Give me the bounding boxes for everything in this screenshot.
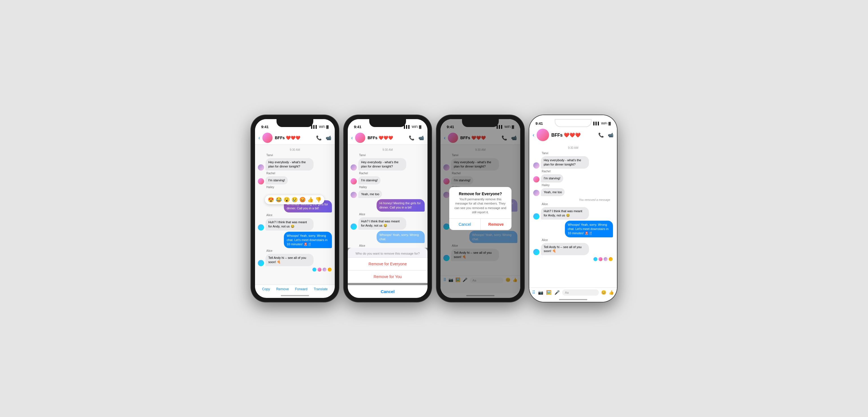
chat-area-1: 9:30 AM Tanvi Hey everybody - what's the… <box>255 145 335 285</box>
emoji-angry[interactable]: 😡 <box>300 197 306 203</box>
like-icon-4[interactable]: 👍 <box>609 290 614 295</box>
msg-row-alice1-1: Huh? I think that was meant for Andy, no… <box>258 218 332 231</box>
bubble-out2-2[interactable]: Whoops! Yeah, sorry. Wrong chat. <box>377 231 425 243</box>
msg-row-tanvi-1: Hey everybody - what's the plan for dinn… <box>258 158 332 171</box>
sender-rachel-2: Rachel <box>359 172 425 175</box>
remove-for-you-button[interactable]: Remove for You <box>348 270 428 283</box>
home-indicator-4 <box>559 299 587 300</box>
emoji-laugh[interactable]: 😂 <box>276 197 282 203</box>
mini-avatar-a4 <box>593 257 598 261</box>
emoji-icon-4[interactable]: 😊 <box>601 290 607 295</box>
bubble-alice1-2[interactable]: Huh? I think that was meant for Andy, no… <box>358 217 406 230</box>
bubble-rachel-1[interactable]: I'm starving! <box>266 176 288 184</box>
msg-row-rachel-4: I'm starving! <box>533 174 613 182</box>
mini-avatar-a1 <box>312 267 317 272</box>
wifi-icon-2: WiFi <box>412 125 418 128</box>
back-button-1[interactable]: ‹ <box>258 135 260 141</box>
sender-hailey-2: Hailey <box>359 186 425 189</box>
grid-icon-4[interactable]: ⠿ <box>532 290 535 295</box>
bubble-tanvi-1[interactable]: Hey everybody - what's the plan for dinn… <box>266 158 314 171</box>
phone-icon-2[interactable]: 📞 <box>409 135 414 141</box>
copy-button[interactable]: Copy <box>262 287 270 291</box>
sender-tanvi-2: Tanvi <box>359 154 425 157</box>
emoji-thumbsup[interactable]: 👍 <box>307 197 314 203</box>
group-avatar-1 <box>262 133 273 143</box>
avatar-tanvi-2 <box>350 165 357 171</box>
mini-avatar-d1 <box>328 267 332 272</box>
mic-icon-4[interactable]: 🎤 <box>554 290 560 295</box>
bubble-alice2-1[interactable]: Tell Andy hi -- see all of you soon! 🍕 <box>266 254 314 266</box>
bubble-alice1-1[interactable]: Huh? I think that was meant for Andy, no… <box>266 218 314 231</box>
sender-rachel-1: Rachel <box>266 172 332 175</box>
avatar-tanvi-1 <box>258 165 264 171</box>
bubble-alice2-4[interactable]: Tell Andy hi -- see all of you soon! 🍕 <box>541 243 589 256</box>
bubble-out2-4[interactable]: Whoops! Yeah, sorry. Wrong chat. Let's m… <box>565 221 613 237</box>
input-field-4[interactable]: Aa <box>562 290 599 296</box>
remove-button[interactable]: Remove <box>276 287 289 291</box>
remove-for-everyone-button[interactable]: Remove for Everyone <box>348 258 428 270</box>
emoji-wow[interactable]: 😮 <box>284 197 290 203</box>
bottom-actions-1: Copy Remove Forward Translate <box>255 285 335 293</box>
timestamp-2: 9:30 AM <box>350 148 425 151</box>
sender-alice1-1: Alice <box>266 214 332 217</box>
avatar-alice1-2 <box>350 224 357 230</box>
camera-icon-4[interactable]: 📷 <box>538 290 544 295</box>
bubble-hailey-2[interactable]: Yeah, me too <box>358 190 382 198</box>
bubble-hailey-4[interactable]: Yeah, me too <box>541 188 565 196</box>
bubble-tanvi-2[interactable]: Hey everybody - what's the plan for dinn… <box>358 158 406 171</box>
alert-buttons-3: Cancel Remove <box>449 218 512 230</box>
video-icon-1[interactable]: 📹 <box>326 135 331 141</box>
phone-icon-4[interactable]: 📞 <box>598 132 604 138</box>
back-button-2[interactable]: ‹ <box>351 135 353 141</box>
nav-bar-4: ‹ BFFs ❤️❤️❤️ 📞 📹 <box>529 127 617 143</box>
multi-avatar-row-1 <box>258 267 332 272</box>
video-icon-2[interactable]: 📹 <box>418 135 424 141</box>
msg-row-hailey-2: Yeah, me too <box>350 190 425 198</box>
forward-button[interactable]: Forward <box>295 287 308 291</box>
msg-row-alice2-4: Tell Andy hi -- see all of you soon! 🍕 <box>533 243 613 256</box>
battery-icon-4: ▓ <box>609 122 611 125</box>
status-time-4: 9:41 <box>535 121 543 126</box>
alert-body-3: You'll permanently remove this message f… <box>449 197 512 219</box>
bubble-tanvi-4[interactable]: Hey everybody - what's the plan for dinn… <box>541 156 589 169</box>
translate-button[interactable]: Translate <box>314 287 328 291</box>
battery-icon: ▓ <box>326 125 329 128</box>
bubble-alice1-4[interactable]: Huh? I think that was meant for Andy, no… <box>541 207 589 219</box>
alert-cancel-button-3[interactable]: Cancel <box>449 219 480 230</box>
removed-message-4: You removed a message <box>533 198 610 202</box>
mini-avatar-b1 <box>317 267 322 272</box>
phone-screen-2: 9:41 ▌▌▌ WiFi ▓ ‹ BFFs ❤️❤️❤️ 📞 📹 <box>348 119 428 298</box>
bubble-rachel-2[interactable]: I'm starving! <box>358 176 380 184</box>
home-indicator-1 <box>281 295 309 296</box>
action-sheet-cancel-button[interactable]: Cancel <box>348 285 428 298</box>
sender-alice2-4: Alice <box>542 238 613 242</box>
emoji-heart-eyes[interactable]: 😍 <box>268 197 274 203</box>
status-icons-1: ▌▌▌ WiFi ▓ <box>311 125 329 128</box>
avatar-rachel-2 <box>350 178 357 184</box>
bubble-out2-1[interactable]: Whoops! Yeah, sorry. Wrong chat. Let's m… <box>284 232 332 248</box>
photo-icon-4[interactable]: 🖼️ <box>546 290 552 295</box>
msg-row-out2-2: Whoops! Yeah, sorry. Wrong chat. <box>350 231 425 243</box>
nav-actions-4: 📞 📹 <box>598 132 614 138</box>
phone-3: 9:41 ▌▌▌ WiFi ▓ ‹ BFFs ❤️❤️❤️ 📞 📹 <box>437 115 524 302</box>
phone-icon-1[interactable]: 📞 <box>316 135 322 141</box>
sender-rachel-4: Rachel <box>542 170 613 173</box>
emoji-sad[interactable]: 😢 <box>291 197 298 203</box>
video-icon-4[interactable]: 📹 <box>608 132 614 138</box>
action-sheet-content-2: Who do you want to remove this message f… <box>348 248 428 283</box>
emoji-thumbsdown[interactable]: 👎 <box>315 197 321 203</box>
status-time-1: 9:41 <box>261 125 269 129</box>
avatar-alice2-1 <box>258 260 264 266</box>
avatar-rachel-4 <box>533 176 539 182</box>
alert-remove-button-3[interactable]: Remove <box>480 219 512 230</box>
signal-icon: ▌▌▌ <box>311 125 318 128</box>
bubble-rachel-4[interactable]: I'm starving! <box>541 174 563 182</box>
bubble-out1-2[interactable]: Hi honey! Meeting the girls for dinner. … <box>377 199 425 212</box>
signal-icon-2: ▌▌▌ <box>404 125 410 128</box>
sender-hailey-1: Hailey <box>266 186 332 189</box>
group-avatar-4 <box>537 129 549 141</box>
msg-row-rachel-2: I'm starving! <box>350 176 425 184</box>
input-icons-4: ⠿ 📷 🖼️ 🎤 <box>532 290 560 295</box>
mini-avatar-c4 <box>603 257 608 261</box>
back-button-4[interactable]: ‹ <box>533 132 534 138</box>
